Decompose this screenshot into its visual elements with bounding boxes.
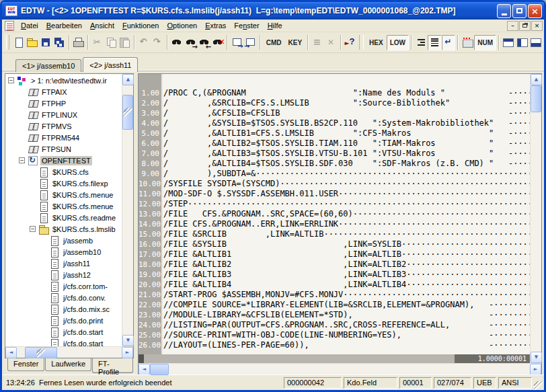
menu-item-ansicht[interactable]: Ansicht [86, 20, 118, 31]
scroll-left-button[interactable]: ◄ [5, 347, 17, 358]
tree-item[interactable]: FTPMVS [5, 120, 122, 132]
save-button[interactable] [39, 35, 52, 50]
editor-line[interactable]: 22.00//COMPILE SOURCE=*LIBRARY-ELEMENT(L… [139, 300, 530, 310]
tree-item[interactable]: $KURS.cfs.menue [5, 200, 122, 212]
tree-vertical-scrollbar[interactable]: ▲ ≡ ▼ [122, 74, 133, 346]
layout-top-button[interactable] [502, 35, 515, 50]
tree-item[interactable]: $KURS.cfs.filexp [5, 178, 122, 189]
tree-item[interactable]: FTPAIX [5, 86, 122, 97]
editor-line[interactable]: 7.00/ ,&ALTLIB3=$TSOS.SYSLIB.VTSU-B.101 … [139, 149, 530, 159]
paste-button[interactable] [118, 35, 132, 50]
scroll-thumb[interactable] [150, 364, 169, 375]
editor-line[interactable]: 9.00/ ),SUBDTA=&························… [139, 169, 530, 179]
tree-expander-icon[interactable]: − [19, 157, 25, 163]
layout-bottom-button[interactable] [529, 35, 543, 50]
resize-grip[interactable] [534, 381, 543, 390]
document-tab-2[interactable]: <2> j/assh11 [83, 57, 138, 72]
menu-item-bearbeiten[interactable]: Bearbeiten [42, 20, 86, 31]
key-button[interactable]: KEY [285, 35, 306, 50]
tree-item[interactable]: j/assh11 [5, 258, 122, 269]
scroll-down-button[interactable]: ▼ [531, 352, 542, 363]
find-cancel-button[interactable] [211, 35, 225, 50]
editor-line[interactable]: 11.00/MOD-SDF-O $.SYSSDF.ASSEMBH.011.USE… [139, 189, 530, 199]
editor-text-area[interactable]: ········································… [139, 74, 530, 354]
line-numbers-button[interactable] [311, 35, 324, 50]
tree-horizontal-scrollbar[interactable]: ◄ ||| ► [5, 346, 133, 358]
scroll-thumb[interactable] [531, 85, 541, 112]
save-all-button[interactable] [52, 35, 66, 50]
panel-tab-laufwerke[interactable]: Laufwerke [45, 358, 91, 371]
scroll-right-button[interactable]: ► [530, 364, 541, 375]
mdi-close-button[interactable]: × [531, 21, 543, 31]
scroll-track[interactable] [122, 85, 133, 95]
scroll-down-button[interactable]: ▼ [122, 335, 134, 346]
scroll-thumb[interactable]: ||| [25, 347, 57, 358]
mdi-restore-button[interactable] [519, 21, 531, 31]
num-button[interactable]: NUM [474, 35, 496, 50]
editor-line[interactable]: 5.00/ ,&ALTLIB1=CFS.S.LMSLIB ":CFS-Makro… [139, 128, 530, 139]
ruler-button[interactable] [461, 35, 474, 50]
window-next-button[interactable] [230, 35, 243, 50]
tree-item[interactable]: j/assemb10 [5, 246, 122, 258]
editor-line[interactable]: 18.00/FILE &ALTLIB2 ,LINK=ALTLIB2·······… [139, 260, 530, 270]
redo-button[interactable] [151, 35, 164, 50]
tree-expander-icon[interactable]: − [8, 77, 14, 83]
cmd-button[interactable]: CMD [263, 35, 285, 50]
editor-line[interactable]: 13.00/FILE CFS.&PROGNAM..SRC,SPACE=(60,6… [139, 209, 530, 219]
editor-line[interactable]: 8.00/ ,&ALTLIB4=$TSOS.SYSLIB.SDF.030 ":S… [139, 159, 530, 169]
layout-left-button[interactable] [515, 35, 529, 50]
scroll-track[interactable] [122, 130, 133, 335]
tree-item[interactable]: $KURS.cfs [5, 166, 122, 178]
tree-item[interactable]: −$KURS.cfs.s.lmslib [5, 223, 122, 235]
minimize-button[interactable] [497, 4, 511, 18]
scroll-thumb[interactable]: ≡ [122, 95, 133, 130]
tree-item[interactable]: FTPLINUX [5, 109, 122, 120]
scroll-up-button[interactable]: ▲ [122, 74, 134, 85]
editor-line[interactable]: 20.00/FILE &ALTLIB4 ,LINK=ALTLIB4·······… [139, 280, 530, 290]
tree-item[interactable]: FTPSUN [5, 143, 122, 155]
scroll-track[interactable] [17, 347, 25, 358]
editor-vertical-scrollbar[interactable]: ▲ ▼ [530, 74, 541, 363]
close-button[interactable]: × [528, 4, 542, 18]
editor-line[interactable]: 19.00/FILE &ALTLIB3 ,LINK=ALTLIB3·······… [139, 270, 530, 280]
menu-item-fenster[interactable]: Fenster [230, 20, 263, 31]
scroll-track[interactable] [169, 364, 530, 375]
panel-tab-fenster[interactable]: Fenster [7, 358, 44, 371]
editor-line[interactable]: 3.00/ ,&CFSLIB=CFSLIB -······ [139, 108, 530, 118]
editor-line[interactable]: 15.00/FILE &SRCLIB ,LINK=ALTLIB·········… [139, 229, 530, 239]
editor-line[interactable]: 1.00/PROC C,(&PROGNAM ":Name des Moduls … [139, 88, 530, 98]
tree-item[interactable]: j/cfs.do.conv. [5, 292, 122, 303]
menu-item-datei[interactable]: Datei [17, 20, 42, 31]
show-returns-button[interactable] [442, 35, 455, 50]
editor-line[interactable]: 2.00/ ,&SRCLIB=CFS.S.LMSLIB ":Source-Bib… [139, 98, 530, 108]
editor-line[interactable]: 4.00/ ,&SYSLIB=$TSOS.SYSLIB.BS2CP.110 ":… [139, 118, 530, 128]
align-lines-button[interactable] [414, 35, 428, 50]
tree-item[interactable]: j/cfs.do.start [5, 338, 122, 346]
panel-tab-ft-profile[interactable]: FT-Profile [92, 358, 133, 373]
tree-item[interactable]: j/assh12 [5, 269, 122, 280]
cut-button[interactable] [91, 35, 104, 50]
editor-line[interactable]: 6.00/ ,&ALTLIB2=$TSOS.SYSLIB.TIAM.110 ":… [139, 139, 530, 149]
editor-line[interactable]: 10.00/SYSFILE SYSDTA=(SYSCMD)···········… [139, 179, 530, 189]
delete-lines-button[interactable] [324, 35, 338, 50]
tree-item[interactable]: FTPRM544 [5, 132, 122, 143]
tree-item[interactable]: FTPHP [5, 97, 122, 109]
menu-item-optionen[interactable]: Optionen [163, 20, 201, 31]
editor-line[interactable]: 21.00/START-PROG $ASSEMBH,MONJV=#CFS.MON… [139, 290, 530, 300]
editor-horizontal-scrollbar[interactable]: ◄ ► [139, 363, 541, 375]
find-button[interactable] [170, 35, 184, 50]
mdi-minimize-button[interactable]: – [507, 21, 518, 31]
tree-item[interactable]: j/cfs.do.print [5, 315, 122, 326]
hex-button[interactable]: HEX [366, 35, 387, 50]
scroll-right-button[interactable]: ► [122, 347, 133, 358]
context-help-button[interactable] [344, 35, 357, 50]
editor-line[interactable]: 14.00/FILE CFS.&PROGNAM..ERR,LINK=ERRLIN… [139, 219, 530, 229]
editor-line[interactable]: 25.00//SOURCE-PRINT=WITH-OBJ-CODE(LINE-N… [139, 330, 530, 340]
editor-line[interactable]: 24.00//LISTING=PAR(OUTPUT=CFS.&PROGNAM..… [139, 320, 530, 330]
app-icon[interactable]: EDT WIN [5, 5, 17, 16]
scroll-track[interactable] [531, 112, 541, 352]
align-justify-button[interactable] [428, 35, 441, 50]
maximize-button[interactable] [512, 4, 526, 18]
scroll-track[interactable] [57, 347, 122, 358]
menu-item-hilfe[interactable]: Hilfe [264, 20, 286, 31]
